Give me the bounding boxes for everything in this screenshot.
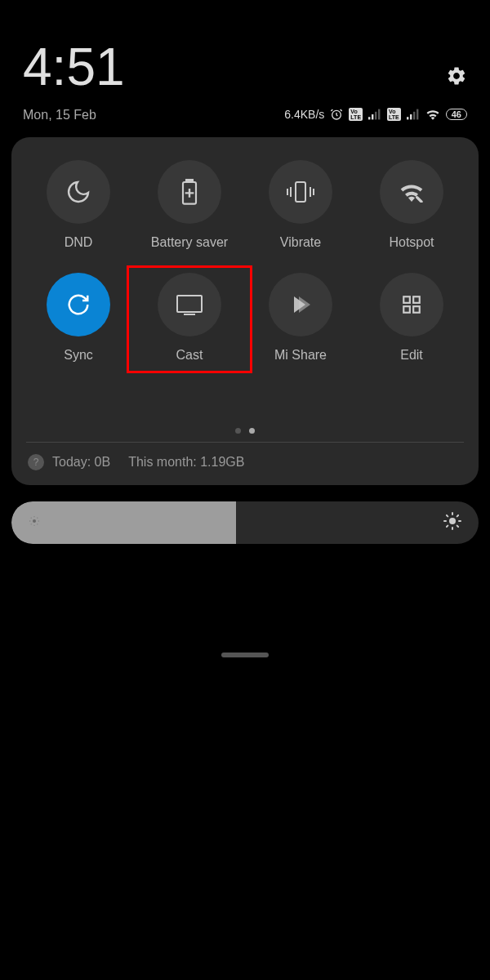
signal-icon-2 — [407, 109, 420, 120]
svg-rect-2 — [372, 114, 373, 119]
tile-label: Mi Share — [274, 348, 327, 363]
sun-low-icon — [28, 514, 41, 531]
nav-handle[interactable] — [221, 653, 269, 657]
mishare-icon — [287, 292, 314, 318]
settings-button[interactable] — [446, 65, 467, 90]
svg-point-21 — [29, 520, 30, 521]
svg-rect-5 — [407, 117, 408, 119]
svg-rect-6 — [410, 114, 412, 119]
volte-badge-1: VoLTE — [349, 108, 363, 121]
usage-today: Today: 0B — [52, 455, 110, 470]
hotspot-icon — [399, 181, 425, 203]
dot — [235, 428, 241, 434]
svg-rect-17 — [413, 306, 420, 313]
svg-rect-14 — [403, 296, 410, 303]
svg-point-23 — [31, 518, 32, 519]
svg-point-18 — [33, 519, 36, 523]
wifi-icon — [425, 109, 440, 120]
tile-label: Sync — [64, 348, 93, 363]
svg-point-25 — [31, 523, 32, 524]
brightness-fill — [11, 501, 236, 544]
sync-icon — [66, 292, 91, 317]
clock-date: Mon, 15 Feb — [23, 108, 125, 122]
tile-cast[interactable]: Cast — [127, 265, 252, 373]
battery-indicator: 46 — [446, 109, 467, 120]
svg-rect-7 — [413, 112, 415, 120]
tile-vibrate[interactable]: Vibrate — [248, 160, 353, 250]
tile-label: Edit — [400, 348, 423, 363]
page-indicator — [26, 428, 464, 434]
quick-settings-panel: DND Battery saver Vibrate Hotspot Sync — [11, 137, 479, 485]
tile-label: DND — [65, 235, 93, 250]
tile-mishare[interactable]: Mi Share — [248, 273, 353, 363]
tile-label: Cast — [176, 348, 203, 363]
brightness-slider[interactable] — [11, 501, 479, 544]
signal-icon-1 — [368, 109, 381, 120]
svg-line-34 — [447, 526, 448, 527]
svg-point-24 — [37, 523, 38, 524]
svg-point-26 — [37, 518, 38, 519]
svg-line-31 — [457, 526, 458, 527]
tile-hotspot[interactable]: Hotspot — [359, 160, 464, 250]
svg-rect-10 — [186, 179, 193, 182]
svg-rect-4 — [378, 109, 380, 120]
svg-point-22 — [38, 520, 39, 521]
network-speed: 6.4KB/s — [284, 108, 324, 121]
help-icon: ? — [28, 454, 44, 470]
tile-battery-saver[interactable]: Battery saver — [137, 160, 242, 250]
alarm-icon — [330, 108, 343, 121]
dot-active — [249, 428, 255, 434]
svg-line-30 — [447, 515, 448, 516]
vibrate-icon — [286, 180, 315, 203]
svg-rect-12 — [177, 296, 202, 312]
svg-rect-8 — [416, 109, 418, 120]
cast-icon — [176, 294, 203, 315]
svg-rect-16 — [403, 306, 410, 313]
tile-dnd[interactable]: DND — [26, 160, 131, 250]
svg-rect-15 — [413, 296, 420, 303]
grid-icon — [401, 294, 422, 315]
tile-label: Vibrate — [280, 235, 321, 250]
tile-sync[interactable]: Sync — [26, 273, 131, 363]
svg-rect-3 — [375, 112, 376, 120]
svg-point-20 — [33, 525, 34, 526]
battery-plus-icon — [180, 179, 199, 205]
usage-month: This month: 1.19GB — [128, 455, 244, 470]
svg-point-27 — [449, 518, 456, 524]
tile-edit[interactable]: Edit — [359, 273, 464, 363]
clock-time: 4:51 — [23, 41, 125, 93]
volte-badge-2: VoLTE — [387, 108, 401, 121]
data-usage-row[interactable]: ? Today: 0B This month: 1.19GB — [26, 443, 464, 474]
moon-icon — [65, 179, 91, 205]
tile-label: Battery saver — [151, 235, 228, 250]
svg-rect-11 — [296, 182, 305, 202]
svg-line-35 — [457, 515, 458, 516]
sun-high-icon — [443, 511, 462, 534]
tile-label: Hotspot — [389, 235, 434, 250]
gear-icon — [446, 65, 467, 87]
svg-point-19 — [33, 516, 34, 517]
svg-rect-1 — [368, 117, 370, 119]
